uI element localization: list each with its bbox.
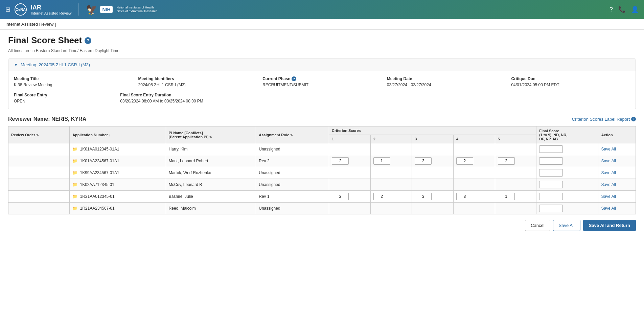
final-score-input[interactable]: [539, 193, 563, 200]
row-save-link[interactable]: Save All: [601, 147, 616, 152]
cell-c3[interactable]: [412, 143, 454, 155]
cell-action[interactable]: Save All: [598, 203, 636, 214]
cell-action[interactable]: Save All: [598, 155, 636, 167]
cell-final-score[interactable]: [536, 203, 598, 214]
criterion-scores-report-link[interactable]: Criterion Scores Label Report ?: [572, 117, 636, 122]
phase-help-icon[interactable]: ?: [292, 76, 296, 81]
row-save-link[interactable]: Save All: [601, 206, 616, 211]
reviewer-name: Reviewer Name: NERIS, KYRA: [8, 116, 86, 122]
meeting-chevron-icon[interactable]: ▼: [14, 63, 18, 67]
col-header-review-order: Review Order ⇅: [8, 126, 70, 143]
cancel-button[interactable]: Cancel: [525, 220, 550, 231]
cell-c4[interactable]: [453, 167, 495, 179]
sort-role-icon[interactable]: ⇅: [290, 134, 293, 137]
cell-c1[interactable]: [329, 179, 371, 191]
row-save-link[interactable]: Save All: [601, 182, 616, 187]
folder-icon[interactable]: 📁: [72, 170, 77, 175]
cell-c5[interactable]: [495, 203, 536, 214]
cell-final-score[interactable]: [536, 143, 598, 155]
col-header-c2: 2: [370, 135, 412, 143]
folder-icon[interactable]: 📁: [72, 194, 77, 199]
sort-review-order-icon[interactable]: ⇅: [36, 134, 39, 137]
folder-icon[interactable]: 📁: [72, 147, 77, 152]
save-all-return-button[interactable]: Save All and Return: [583, 220, 636, 231]
final-score-input[interactable]: [539, 181, 563, 188]
cell-c3[interactable]: [412, 155, 454, 167]
cell-c5[interactable]: [495, 167, 536, 179]
cell-c1[interactable]: [329, 143, 371, 155]
cell-final-score[interactable]: [536, 155, 598, 167]
cell-final-score[interactable]: [536, 167, 598, 179]
cell-c2[interactable]: [370, 191, 412, 203]
cell-c4[interactable]: [453, 143, 495, 155]
cell-pi-name: Bashire, Julie: [166, 191, 256, 203]
cell-action[interactable]: Save All: [598, 191, 636, 203]
folder-icon[interactable]: 📁: [72, 182, 77, 187]
cell-c5[interactable]: [495, 191, 536, 203]
header-right: ? 📞 👤: [610, 6, 639, 13]
final-score-input[interactable]: [539, 169, 563, 177]
sort-pi-icon[interactable]: ⇅: [209, 136, 212, 139]
row-save-link[interactable]: Save All: [601, 170, 616, 175]
score-input-c3[interactable]: [415, 157, 432, 165]
cell-c2[interactable]: [370, 203, 412, 214]
score-input-c2[interactable]: [373, 157, 390, 165]
cell-c4[interactable]: [453, 179, 495, 191]
final-score-input[interactable]: [539, 205, 563, 212]
hhs-logo: 🦅: [85, 3, 96, 16]
final-score-input[interactable]: [539, 157, 563, 165]
cell-c1[interactable]: [329, 155, 371, 167]
table-row: 📁 1K01AA012345-01A1 Harry, Kim Unassigne…: [8, 143, 636, 155]
cell-action[interactable]: Save All: [598, 143, 636, 155]
final-score-input[interactable]: [539, 145, 563, 153]
cell-c3[interactable]: [412, 179, 454, 191]
cell-c3[interactable]: [412, 203, 454, 214]
score-input-c2[interactable]: [373, 193, 390, 200]
row-save-link[interactable]: Save All: [601, 194, 616, 199]
sort-app-number-icon[interactable]: ↑: [109, 134, 111, 137]
cell-c3[interactable]: [412, 167, 454, 179]
cell-c3[interactable]: [412, 191, 454, 203]
score-input-c1[interactable]: [332, 193, 349, 200]
col-header-application-number: Application Number ↑: [70, 126, 166, 143]
top-header: ⊞ CeRA IAR Internet Assisted Review 🦅 NI…: [0, 0, 644, 19]
cera-logo: CeRA: [15, 3, 27, 16]
user-icon[interactable]: 👤: [631, 6, 639, 13]
score-input-c3[interactable]: [415, 193, 432, 200]
cell-c5[interactable]: [495, 143, 536, 155]
cell-c4[interactable]: [453, 203, 495, 214]
cell-c5[interactable]: [495, 179, 536, 191]
score-input-c4[interactable]: [456, 193, 473, 200]
report-help-icon[interactable]: ?: [631, 117, 636, 121]
cell-c1[interactable]: [329, 167, 371, 179]
cell-c1[interactable]: [329, 191, 371, 203]
scores-table: Review Order ⇅ Application Number ↑ PI N…: [8, 126, 636, 214]
help-header-icon[interactable]: ?: [610, 6, 613, 13]
cell-c5[interactable]: [495, 155, 536, 167]
cell-c2[interactable]: [370, 143, 412, 155]
cell-final-score[interactable]: [536, 191, 598, 203]
grid-icon[interactable]: ⊞: [5, 6, 10, 13]
cell-c4[interactable]: [453, 191, 495, 203]
phone-icon[interactable]: 📞: [618, 6, 626, 13]
folder-icon[interactable]: 📁: [72, 206, 77, 211]
cell-action[interactable]: Save All: [598, 167, 636, 179]
cell-c4[interactable]: [453, 155, 495, 167]
score-input-c1[interactable]: [332, 157, 349, 165]
row-save-link[interactable]: Save All: [601, 159, 616, 163]
cell-action[interactable]: Save All: [598, 179, 636, 191]
save-all-button[interactable]: Save All: [553, 220, 580, 231]
cell-pi-name: Martok, Worf Rozhenko: [166, 167, 256, 179]
cell-c2[interactable]: [370, 155, 412, 167]
cell-c2[interactable]: [370, 179, 412, 191]
score-input-c4[interactable]: [456, 157, 473, 165]
cell-c1[interactable]: [329, 203, 371, 214]
fse-item: Final Score Entry OPEN: [14, 93, 115, 103]
score-input-c5[interactable]: [498, 193, 515, 200]
page-help-icon[interactable]: ?: [85, 37, 91, 44]
meeting-toggle-link[interactable]: Meeting: 2024/05 ZHL1 CSR-I (M3): [21, 62, 90, 67]
cell-c2[interactable]: [370, 167, 412, 179]
cell-final-score[interactable]: [536, 179, 598, 191]
score-input-c5[interactable]: [498, 157, 515, 165]
folder-icon[interactable]: 📁: [72, 159, 77, 163]
